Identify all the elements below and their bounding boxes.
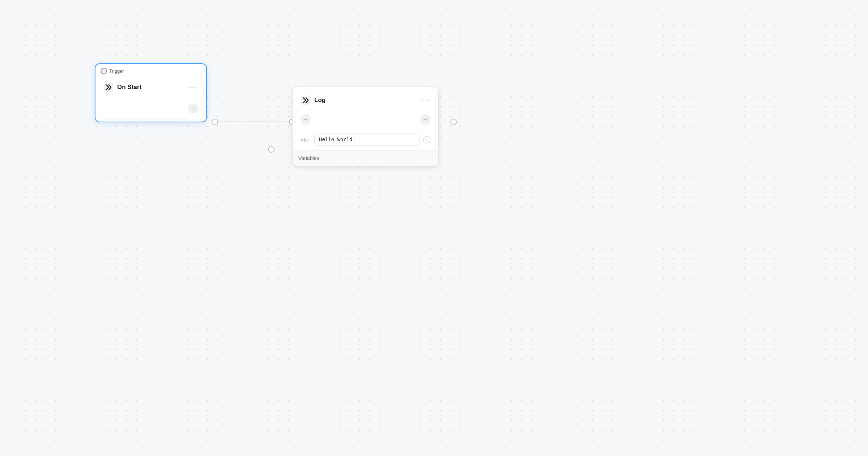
trigger-title-row: On Start ··· xyxy=(98,77,203,97)
trigger-output-arrow: → xyxy=(188,104,198,114)
trigger-body: On Start ··· → xyxy=(98,77,203,119)
log-input-arrow: → xyxy=(301,114,311,124)
log-info-icon[interactable]: i xyxy=(423,136,430,143)
log-variables-label: Variables xyxy=(298,155,319,161)
svg-point-4 xyxy=(451,119,456,125)
log-title-row: Log ··· xyxy=(295,90,435,110)
trigger-brand-icon xyxy=(103,82,114,92)
log-node: Log ··· → → Abc i Variables xyxy=(292,87,439,166)
trigger-more-button[interactable]: ··· xyxy=(188,83,198,91)
trigger-icon xyxy=(101,68,107,74)
log-input-type-label: Abc xyxy=(301,137,311,143)
trigger-content: → xyxy=(98,97,203,119)
log-input-row: Abc i xyxy=(295,129,435,150)
log-more-button[interactable]: ··· xyxy=(421,96,430,104)
log-title: Log xyxy=(314,97,417,104)
trigger-node: Trigger On Start ··· → xyxy=(95,63,207,122)
trigger-title: On Start xyxy=(117,84,185,91)
log-flow-row: → → xyxy=(295,110,435,129)
trigger-header: Trigger xyxy=(95,64,206,77)
log-footer: Variables xyxy=(293,150,438,166)
svg-point-3 xyxy=(268,147,274,152)
log-body: Log ··· → → Abc i xyxy=(295,90,435,150)
log-message-input[interactable] xyxy=(314,134,420,146)
log-output-arrow: → xyxy=(420,114,430,124)
workflow-canvas: Trigger On Start ··· → xyxy=(0,0,868,456)
log-brand-icon xyxy=(301,95,311,105)
svg-point-1 xyxy=(212,119,218,125)
trigger-label: Trigger xyxy=(109,68,124,74)
